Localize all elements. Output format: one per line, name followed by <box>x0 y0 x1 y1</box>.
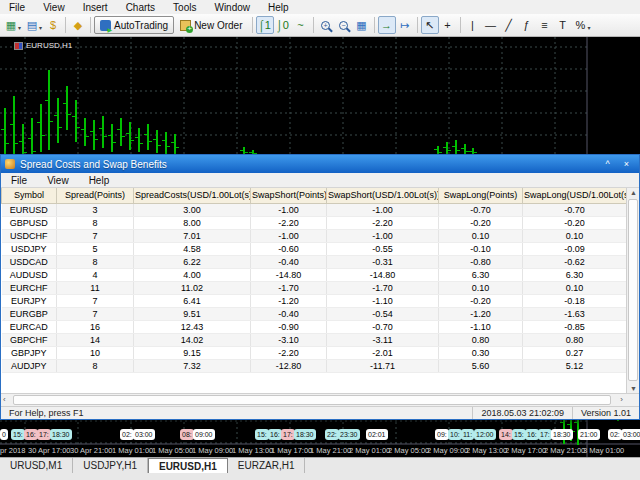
equidistant-channel-icon[interactable]: ≡ <box>536 16 554 34</box>
table-cell: 6.22 <box>134 255 251 268</box>
dialog-menu-help[interactable]: Help <box>79 175 120 186</box>
menu-charts[interactable]: Charts <box>117 1 164 14</box>
table-row[interactable]: USDJPY54.58-0.60-0.55-0.10-0.09 <box>2 242 627 255</box>
table-row[interactable]: AUDJPY87.32-12.80-11.715.605.12 <box>2 359 627 372</box>
trendline-icon[interactable]: ╱ <box>500 16 518 34</box>
table-cell: -3.11 <box>327 333 439 346</box>
session-badge: 14: <box>499 429 513 440</box>
profiles-icon[interactable]: ▤ <box>23 16 41 34</box>
fibonacci-icon[interactable]: ƒ <box>518 16 536 34</box>
table-row[interactable]: GBPUSD88.00-2.20-2.20-0.20-0.20 <box>2 216 627 229</box>
session-badge: 22: <box>325 429 339 440</box>
table-cell: 4.00 <box>134 268 251 281</box>
line-chart-icon[interactable]: ~ <box>292 16 310 34</box>
column-header[interactable]: SwapLong(Points) <box>439 188 523 203</box>
column-header[interactable]: SwapLong(USD/1.00Lot(s)) <box>523 188 627 203</box>
scroll-up-icon[interactable]: ▲ <box>627 189 640 196</box>
tab-urusd-m1[interactable]: URUSD,M1 <box>0 458 73 473</box>
text-label-icon[interactable]: T <box>554 16 572 34</box>
chart-tabbar: URUSD,M1USDJPY,H1EURUSD,H1EURZAR,H1 <box>0 457 640 473</box>
table-row[interactable]: EURGBP79.51-0.40-0.54-1.20-1.63 <box>2 307 627 320</box>
table-row[interactable]: EURCHF1111.02-1.70-1.700.100.10 <box>2 281 627 294</box>
table-row[interactable]: GBPJPY109.15-2.20-2.010.300.27 <box>2 346 627 359</box>
arrows-icon[interactable]: % <box>572 16 590 34</box>
vertical-scrollbar[interactable]: ▲ ▼ <box>626 188 639 393</box>
column-header[interactable]: Symbol <box>2 188 57 203</box>
table-row[interactable]: AUDUSD44.00-14.80-14.806.306.30 <box>2 268 627 281</box>
autotrading-button[interactable]: AutoTrading <box>94 16 174 34</box>
auto-scroll-icon[interactable]: → <box>378 16 396 34</box>
table-row[interactable]: GBPCHF1414.02-3.10-3.110.800.80 <box>2 333 627 346</box>
new-order-button[interactable]: New Order <box>174 16 248 34</box>
dialog-menu-view[interactable]: View <box>37 175 79 186</box>
table-cell: -2.20 <box>251 346 327 359</box>
zoom-in-icon[interactable]: + <box>317 16 335 34</box>
tab-eurzar-h1[interactable]: EURZAR,H1 <box>228 458 306 473</box>
table-cell: 5.60 <box>439 359 523 372</box>
dialog-minimize-button[interactable]: ^ <box>599 158 616 171</box>
vertical-line-icon[interactable]: | <box>464 16 482 34</box>
scroll-right-icon[interactable]: › <box>620 395 623 404</box>
table-cell: 4 <box>57 268 134 281</box>
table-row[interactable]: USDCHF77.01-1.00-1.000.100.10 <box>2 229 627 242</box>
price-bar <box>111 124 113 152</box>
candlestick-chart-icon[interactable]: ⌡0 <box>274 16 292 34</box>
menu-insert[interactable]: Insert <box>74 1 117 14</box>
price-bar <box>75 100 77 142</box>
table-cell: -0.70 <box>327 320 439 333</box>
table-cell: 6.41 <box>134 294 251 307</box>
table-cell: -1.00 <box>251 203 327 216</box>
vscroll-thumb[interactable] <box>628 199 638 381</box>
menu-tools[interactable]: Tools <box>164 1 205 14</box>
menu-window[interactable]: Window <box>205 1 259 14</box>
status-help-text: For Help, press F1 <box>1 407 472 419</box>
table-cell: 0.27 <box>523 346 627 359</box>
dialog-close-button[interactable]: × <box>618 158 635 171</box>
session-badge: 02:01 <box>366 429 388 440</box>
table-cell: -12.80 <box>251 359 327 372</box>
dialog-titlebar[interactable]: Spread Costs and Swap Benefits ^ × <box>1 155 639 173</box>
price-bar <box>129 122 131 150</box>
session-badge: 02: <box>120 429 134 440</box>
tile-windows-icon[interactable]: ▦ <box>353 16 371 34</box>
table-cell: -1.20 <box>251 294 327 307</box>
zoom-out-icon[interactable]: − <box>335 16 353 34</box>
table-cell: -0.60 <box>251 242 327 255</box>
scroll-down-icon[interactable]: ▼ <box>627 385 640 392</box>
tab-eurusd-h1[interactable]: EURUSD,H1 <box>148 458 228 473</box>
hscroll-thumb[interactable] <box>13 395 611 405</box>
symbols-icon[interactable]: ◆ <box>69 16 87 34</box>
chart-shift-icon[interactable]: ↦ <box>396 16 414 34</box>
dialog-menubar: FileViewHelp <box>1 173 639 188</box>
menu-view[interactable]: View <box>34 1 74 14</box>
time-axis-label: 1 May 09:00 <box>192 446 233 455</box>
horizontal-line-icon[interactable]: — <box>482 16 500 34</box>
data-window-icon[interactable]: $ <box>44 16 62 34</box>
column-header[interactable]: SpreadCosts(USD/1.00Lot(s)) <box>134 188 251 203</box>
table-cell: 5 <box>57 242 134 255</box>
column-header[interactable]: Spread(Points) <box>57 188 134 203</box>
bar-chart-icon[interactable]: ⌠1 <box>256 16 274 34</box>
session-badge: 15: <box>255 429 269 440</box>
horizontal-scrollbar[interactable]: ‹ › <box>1 393 639 406</box>
crosshair-icon[interactable]: + <box>439 16 457 34</box>
new-chart-icon[interactable]: ▦ <box>2 16 20 34</box>
time-axis-label: 2 May 01:00 <box>349 446 390 455</box>
menu-help[interactable]: Help <box>259 1 298 14</box>
dialog-menu-file[interactable]: File <box>1 175 37 186</box>
table-row[interactable]: EURJPY76.41-1.20-1.10-0.20-0.18 <box>2 294 627 307</box>
table-row[interactable]: EURUSD33.00-1.00-1.00-0.70-0.70 <box>2 203 627 216</box>
scroll-left-icon[interactable]: ‹ <box>3 395 6 404</box>
dialog-app-icon <box>5 159 15 169</box>
table-cell: -0.54 <box>327 307 439 320</box>
column-header[interactable]: SwapShort(Points) <box>251 188 327 203</box>
session-badge: 17: <box>281 429 295 440</box>
price-bar <box>84 118 86 146</box>
table-cell: 0.30 <box>439 346 523 359</box>
table-row[interactable]: EURCAD1612.43-0.90-0.70-1.10-0.85 <box>2 320 627 333</box>
column-header[interactable]: SwapShort(USD/1.00Lot(s)) <box>327 188 439 203</box>
cursor-icon[interactable]: ↖ <box>421 16 439 34</box>
menu-file[interactable]: File <box>0 1 34 14</box>
tab-usdjpy-h1[interactable]: USDJPY,H1 <box>73 458 148 473</box>
table-row[interactable]: USDCAD86.22-0.40-0.31-0.80-0.62 <box>2 255 627 268</box>
